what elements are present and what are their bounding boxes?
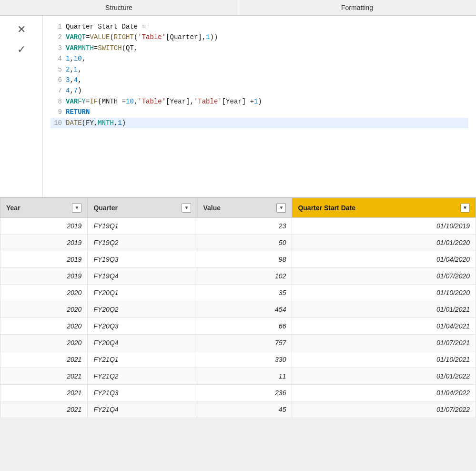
editor-toolbar: ✕ ✓ — [0, 16, 43, 197]
code-token: 1 — [74, 64, 78, 75]
table-area: Year▼Quarter▼Value▼Quarter Start Date▼ 2… — [0, 198, 476, 418]
table-row: 2019FY19Q12301/10/2019 — [0, 218, 476, 235]
cell-year: 2021 — [0, 368, 88, 385]
cell-qsd: 01/01/2022 — [292, 368, 476, 385]
col-header-qsd[interactable]: Quarter Start Date▼ — [292, 198, 476, 218]
cell-quarter: FY21Q4 — [88, 401, 197, 418]
top-tab-bar: Structure Formatting — [0, 0, 476, 16]
cell-quarter: FY21Q2 — [88, 368, 197, 385]
code-token: , — [70, 85, 73, 96]
line-number: 2 — [51, 32, 62, 42]
line-number: 5 — [51, 64, 62, 75]
cell-value: 454 — [197, 301, 292, 318]
table-row: 2019FY19Q25001/01/2020 — [0, 235, 476, 251]
table-row: 2021FY21Q21101/01/2022 — [0, 368, 476, 385]
cell-year: 2021 — [0, 385, 88, 401]
code-token: [Year] + — [222, 96, 254, 107]
code-token: 1 — [66, 53, 70, 64]
cell-year: 2021 — [0, 351, 88, 368]
code-line-3: 3VAR MNTH = SWITCH(QT, — [51, 43, 468, 53]
col-label-value: Value — [203, 204, 221, 212]
line-number: 10 — [51, 118, 62, 128]
editor-area: ✕ ✓ 1Quarter Start Date =2VAR QT = VALUE… — [0, 16, 476, 198]
tab-structure[interactable]: Structure — [0, 0, 238, 15]
table-row: 2021FY21Q44501/07/2022 — [0, 401, 476, 418]
code-line-10: 10DATE(FY, MNTH, 1) — [51, 118, 468, 128]
cell-quarter: FY19Q2 — [88, 235, 197, 251]
code-token: 1 — [206, 32, 210, 42]
dropdown-icon-qsd[interactable]: ▼ — [460, 203, 470, 213]
code-token: 4 — [66, 85, 70, 96]
code-token: ) — [258, 96, 262, 107]
confirm-button[interactable]: ✓ — [12, 41, 30, 59]
table-row: 2020FY20Q245401/01/2021 — [0, 301, 476, 318]
col-label-qsd: Quarter Start Date — [298, 204, 355, 212]
cell-qsd: 01/10/2020 — [292, 285, 476, 301]
table-row: 2019FY19Q410201/07/2020 — [0, 268, 476, 285]
code-line-9: 9RETURN — [51, 107, 468, 117]
cell-year: 2019 — [0, 235, 88, 251]
cell-qsd: 01/01/2021 — [292, 301, 476, 318]
code-token: = — [94, 43, 98, 53]
cell-year: 2021 — [0, 401, 88, 418]
col-header-quarter[interactable]: Quarter▼ — [88, 198, 197, 218]
code-token: MNTH — [78, 43, 94, 53]
code-token: ( — [110, 32, 113, 42]
code-token: , — [134, 96, 138, 107]
code-token: )) — [210, 32, 218, 42]
cell-year: 2020 — [0, 318, 88, 335]
dropdown-icon-year[interactable]: ▼ — [72, 203, 81, 213]
code-token: MNTH — [98, 118, 114, 128]
code-token: VAR — [66, 32, 78, 42]
code-line-5: 52, 1, — [51, 64, 468, 75]
cell-year: 2020 — [0, 335, 88, 351]
cell-value: 330 — [197, 351, 292, 368]
dropdown-icon-quarter[interactable]: ▼ — [182, 203, 191, 213]
col-header-year[interactable]: Year▼ — [0, 198, 88, 218]
code-line-2: 2VAR QT = VALUE(RIGHT('Table'[Quarter], … — [51, 32, 468, 42]
code-line-8: 8VAR FY = IF(MNTH = 10, 'Table'[Year], '… — [51, 96, 468, 107]
code-token: [Year], — [166, 96, 194, 107]
code-token: IF — [90, 96, 98, 107]
cell-qsd: 01/10/2019 — [292, 218, 476, 235]
col-label-quarter: Quarter — [93, 204, 118, 212]
cell-quarter: FY20Q2 — [88, 301, 197, 318]
code-token: RETURN — [66, 107, 90, 117]
code-token: , — [70, 75, 73, 85]
dropdown-icon-value[interactable]: ▼ — [276, 203, 286, 213]
code-token: 10 — [126, 96, 134, 107]
code-token: RIGHT — [114, 32, 134, 42]
table-row: 2020FY20Q36601/04/2021 — [0, 318, 476, 335]
code-line-6: 63, 4, — [51, 75, 468, 85]
line-number: 3 — [51, 43, 62, 53]
code-token: 1 — [254, 96, 258, 107]
code-token: FY — [78, 96, 86, 107]
code-token: VAR — [66, 43, 78, 53]
code-token: , — [70, 64, 73, 75]
cancel-button[interactable]: ✕ — [12, 20, 30, 39]
code-token: = — [86, 96, 90, 107]
cell-value: 23 — [197, 218, 292, 235]
cell-value: 102 — [197, 268, 292, 285]
code-token: VALUE — [90, 32, 110, 42]
tab-formatting[interactable]: Formatting — [238, 0, 476, 15]
line-number: 9 — [51, 107, 62, 117]
table-row: 2021FY21Q133001/10/2021 — [0, 351, 476, 368]
col-header-value[interactable]: Value▼ — [197, 198, 292, 218]
code-token: (QT, — [122, 43, 138, 53]
cell-value: 50 — [197, 235, 292, 251]
table-header: Year▼Quarter▼Value▼Quarter Start Date▼ — [0, 198, 476, 218]
code-token: (FY, — [82, 118, 98, 128]
cell-value: 66 — [197, 318, 292, 335]
cell-year: 2019 — [0, 251, 88, 268]
code-token: , — [78, 64, 81, 75]
cell-quarter: FY20Q1 — [88, 285, 197, 301]
code-editor[interactable]: 1Quarter Start Date =2VAR QT = VALUE(RIG… — [43, 16, 476, 197]
code-token: 7 — [74, 85, 78, 96]
table-row: 2021FY21Q323601/04/2022 — [0, 385, 476, 401]
code-line-4: 41, 10, — [51, 53, 468, 64]
cell-year: 2019 — [0, 218, 88, 235]
code-token: ) — [78, 85, 81, 96]
table-row: 2020FY20Q13501/10/2020 — [0, 285, 476, 301]
col-label-year: Year — [6, 204, 20, 212]
